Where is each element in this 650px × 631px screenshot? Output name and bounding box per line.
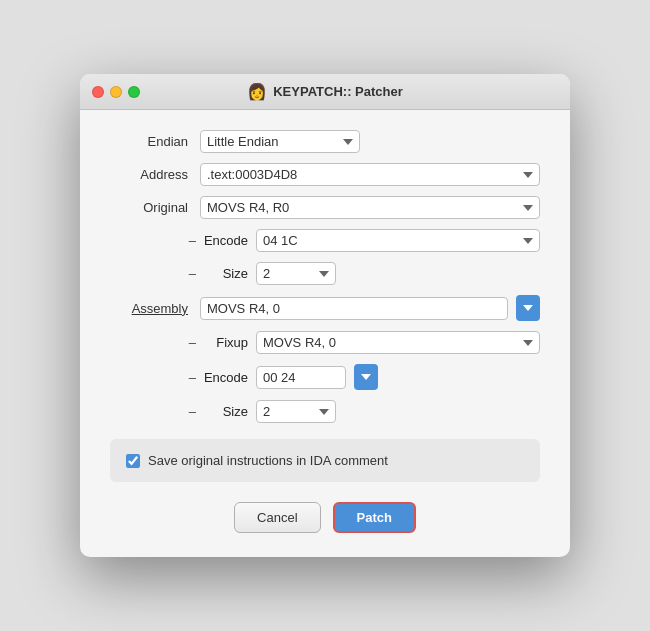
original-field-group: MOVS R4, R0: [200, 196, 540, 219]
size-asm-select[interactable]: 2: [256, 400, 336, 423]
size-orig-select[interactable]: 2: [256, 262, 336, 285]
size-orig-label: Size: [200, 266, 256, 281]
fixup-field-group: MOVS R4, 0: [256, 331, 540, 354]
assembly-row: Assembly: [110, 295, 540, 321]
encode-orig-dash: –: [110, 233, 200, 248]
size-orig-row: – Size 2: [110, 262, 540, 285]
checkbox-section: Save original instructions in IDA commen…: [110, 439, 540, 482]
endian-row: Endian Little Endian: [110, 130, 540, 153]
assembly-field-group: [200, 295, 540, 321]
size-asm-field-group: 2: [256, 400, 540, 423]
cancel-button[interactable]: Cancel: [234, 502, 320, 533]
assembly-input[interactable]: [200, 297, 508, 320]
encode-asm-field-group: [256, 364, 540, 390]
size-asm-row: – Size 2: [110, 400, 540, 423]
encode-orig-row: – Encode 04 1C: [110, 229, 540, 252]
title-text: KEYPATCH:: Patcher: [273, 84, 403, 99]
original-label: Original: [110, 200, 200, 215]
assembly-label: Assembly: [110, 301, 200, 316]
form-content: Endian Little Endian Address .text:0003D…: [80, 110, 570, 557]
fixup-select[interactable]: MOVS R4, 0: [256, 331, 540, 354]
window-title: 👩 KEYPATCH:: Patcher: [247, 82, 403, 101]
address-select[interactable]: .text:0003D4D8: [200, 163, 540, 186]
patch-button[interactable]: Patch: [333, 502, 416, 533]
titlebar: 👩 KEYPATCH:: Patcher: [80, 74, 570, 110]
traffic-lights: [92, 86, 140, 98]
main-window: 👩 KEYPATCH:: Patcher Endian Little Endia…: [80, 74, 570, 557]
encode-orig-select[interactable]: 04 1C: [256, 229, 540, 252]
encode-orig-field-group: 04 1C: [256, 229, 540, 252]
encode-asm-label: Encode: [200, 370, 256, 385]
encode-asm-row: – Encode: [110, 364, 540, 390]
assembly-dropdown-button[interactable]: [516, 295, 540, 321]
endian-label: Endian: [110, 134, 200, 149]
original-select[interactable]: MOVS R4, R0: [200, 196, 540, 219]
fixup-label: Fixup: [200, 335, 256, 350]
close-button[interactable]: [92, 86, 104, 98]
size-orig-dash: –: [110, 266, 200, 281]
size-asm-dash: –: [110, 404, 200, 419]
save-ida-comment-label: Save original instructions in IDA commen…: [148, 453, 388, 468]
endian-select[interactable]: Little Endian: [200, 130, 360, 153]
size-orig-field-group: 2: [256, 262, 540, 285]
encode-asm-input[interactable]: [256, 366, 346, 389]
maximize-button[interactable]: [128, 86, 140, 98]
save-ida-comment-checkbox[interactable]: [126, 454, 140, 468]
fixup-dash: –: [110, 335, 200, 350]
address-row: Address .text:0003D4D8: [110, 163, 540, 186]
button-row: Cancel Patch: [110, 502, 540, 533]
address-field-group: .text:0003D4D8: [200, 163, 540, 186]
minimize-button[interactable]: [110, 86, 122, 98]
address-label: Address: [110, 167, 200, 182]
endian-field-group: Little Endian: [200, 130, 540, 153]
fixup-row: – Fixup MOVS R4, 0: [110, 331, 540, 354]
encode-orig-label: Encode: [200, 233, 256, 248]
encode-asm-dash: –: [110, 370, 200, 385]
app-icon: 👩: [247, 82, 267, 101]
encode-asm-dropdown-button[interactable]: [354, 364, 378, 390]
size-asm-label: Size: [200, 404, 256, 419]
original-row: Original MOVS R4, R0: [110, 196, 540, 219]
